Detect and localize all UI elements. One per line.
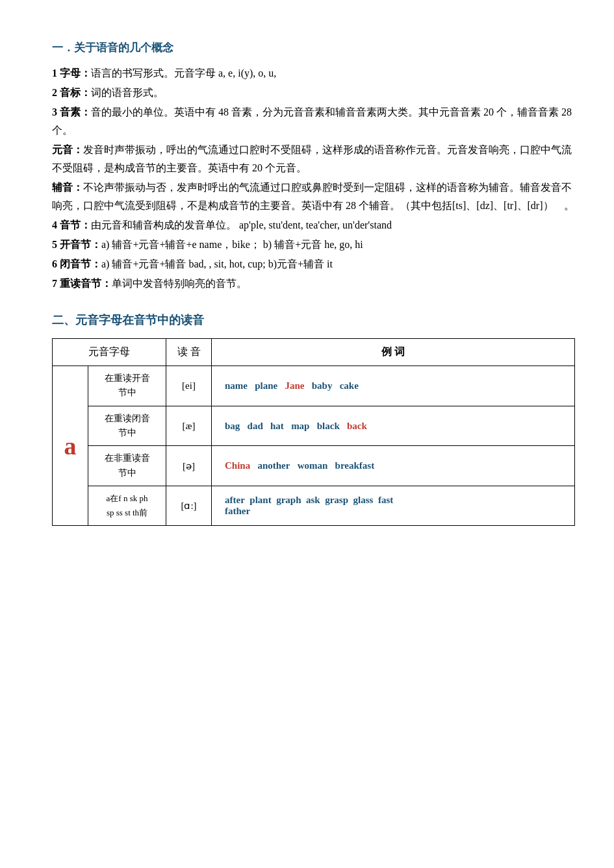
num-5: 5	[52, 239, 57, 250]
label-5: 开音节：	[60, 239, 101, 250]
num-1: 1	[52, 68, 57, 79]
word-after: after	[225, 495, 245, 505]
word-glass: glass	[353, 495, 374, 505]
word-fast: fast	[378, 495, 393, 505]
condition-fnsk: a在f n sk phsp ss st th前	[88, 486, 166, 526]
concept-item-3: 3 音素：音的最小的单位。英语中有 48 音素，分为元音音素和辅音音素两大类。其…	[52, 103, 575, 140]
label-3: 音素：	[60, 106, 91, 118]
concept-item-6: 6 闭音节：a) 辅音+元音+辅音 bad, , sit, hot, cup; …	[52, 255, 575, 273]
word-china: China	[225, 460, 250, 471]
examples-schwa: China another woman breakfast	[212, 446, 575, 486]
word-map: map	[291, 421, 309, 431]
text-5: a) 辅音+元音+辅音+e name，bike； b) 辅音+元音 he, go…	[101, 239, 363, 250]
text-4: 由元音和辅音构成的发音单位。 ap'ple, stu'dent, tea'che…	[91, 219, 392, 230]
text-3: 音的最小的单位。英语中有 48 音素，分为元音音素和辅音音素两大类。其中元音音素…	[52, 106, 572, 136]
concept-item-4: 4 音节：由元音和辅音构成的发音单位。 ap'ple, stu'dent, te…	[52, 216, 575, 234]
table-row-ae: 在重读闭音节中 [æ] bag dad hat map black back	[53, 406, 575, 446]
label-fuyin: 辅音：	[52, 182, 83, 193]
concept-yuanyin: 元音：发音时声带振动，呼出的气流通过口腔时不受阻碍，这样形成的语音称作元音。元音…	[52, 141, 575, 177]
num-7: 7	[52, 278, 57, 289]
word-jane: Jane	[285, 380, 305, 391]
word-dad: dad	[248, 421, 263, 431]
vowel-letter-a: a	[53, 366, 88, 526]
header-examples: 例 词	[212, 338, 575, 366]
word-black: black	[317, 421, 340, 431]
examples-ae: bag dad hat map black back	[212, 406, 575, 446]
concept-item-2: 2 音标：词的语音形式。	[52, 84, 575, 102]
table-header-row: 元音字母 读 音 例 词	[53, 338, 575, 366]
word-hat: hat	[270, 421, 284, 431]
phonetic-ah: [ɑ:]	[166, 486, 212, 526]
word-woman: woman	[298, 460, 328, 471]
concept-item-1: 1 字母：语言的书写形式。元音字母 a, e, i(y), o, u,	[52, 64, 575, 82]
header-pronunciation: 读 音	[166, 338, 212, 366]
text-1: 语言的书写形式。元音字母 a, e, i(y), o, u,	[91, 68, 276, 79]
concept-item-5: 5 开音节：a) 辅音+元音+辅音+e name，bike； b) 辅音+元音 …	[52, 236, 575, 254]
word-name: name	[225, 380, 248, 391]
condition-open-stressed: 在重读开音节中	[88, 366, 166, 406]
table-row-ah: a在f n sk phsp ss st th前 [ɑ:] after plant…	[53, 486, 575, 526]
examples-ah: after plant graph ask grasp glass fast f…	[212, 486, 575, 526]
label-yuanyin: 元音：	[52, 144, 83, 155]
word-another: another	[257, 460, 290, 471]
num-6: 6	[52, 258, 57, 269]
section1-title: 一．关于语音的几个概念	[52, 39, 575, 58]
text-fuyin: 不论声带振动与否，发声时呼出的气流通过口腔或鼻腔时受到一定阻碍，这样的语音称为辅…	[52, 182, 574, 211]
phonetic-ei: [ei]	[166, 366, 212, 406]
table-row-ei: a 在重读开音节中 [ei] name plane Jane baby cake	[53, 366, 575, 406]
phonetic-ae: [æ]	[166, 406, 212, 446]
section1: 一．关于语音的几个概念 1 字母：语言的书写形式。元音字母 a, e, i(y)…	[52, 39, 575, 293]
word-baby: baby	[312, 380, 333, 391]
text-yuanyin: 发音时声带振动，呼出的气流通过口腔时不受阻碍，这样形成的语音称作元音。元音发音响…	[52, 144, 572, 173]
word-plane: plane	[255, 380, 277, 391]
label-4: 音节：	[60, 219, 91, 230]
num-3: 3	[52, 106, 57, 118]
condition-unstressed: 在非重读音节中	[88, 446, 166, 486]
word-back: back	[347, 421, 367, 431]
word-grasp: grasp	[325, 495, 348, 505]
text-6: a) 辅音+元音+辅音 bad, , sit, hot, cup; b)元音+辅…	[101, 258, 333, 269]
vowel-table: 元音字母 读 音 例 词 a 在重读开音节中 [ei] name plane J…	[52, 338, 575, 527]
num-2: 2	[52, 87, 57, 98]
word-ask: ask	[306, 495, 320, 505]
concept-item-7: 7 重读音节：单词中发音特别响亮的音节。	[52, 275, 575, 293]
label-7: 重读音节：	[60, 278, 112, 289]
word-plant: plant	[249, 495, 271, 505]
num-4: 4	[52, 219, 57, 230]
word-cake: cake	[340, 380, 359, 391]
concept-fuyin: 辅音：不论声带振动与否，发声时呼出的气流通过口腔或鼻腔时受到一定阻碍，这样的语音…	[52, 179, 575, 215]
word-breakfast: breakfast	[335, 460, 375, 471]
text-7: 单词中发音特别响亮的音节。	[112, 278, 247, 289]
label-1: 字母：	[60, 68, 91, 79]
label-2: 音标：	[60, 87, 91, 98]
text-2: 词的语音形式。	[91, 87, 164, 98]
table-row-schwa: 在非重读音节中 [ə] China another woman breakfas…	[53, 446, 575, 486]
header-vowel-letter: 元音字母	[53, 338, 166, 366]
word-bag: bag	[225, 421, 240, 431]
examples-ei: name plane Jane baby cake	[212, 366, 575, 406]
section2-title: 二、元音字母在音节中的读音	[52, 312, 575, 328]
phonetic-schwa: [ə]	[166, 446, 212, 486]
label-6: 闭音节：	[60, 258, 101, 269]
condition-closed-stressed: 在重读闭音节中	[88, 406, 166, 446]
word-graph: graph	[276, 495, 301, 505]
word-father: father	[225, 506, 250, 516]
